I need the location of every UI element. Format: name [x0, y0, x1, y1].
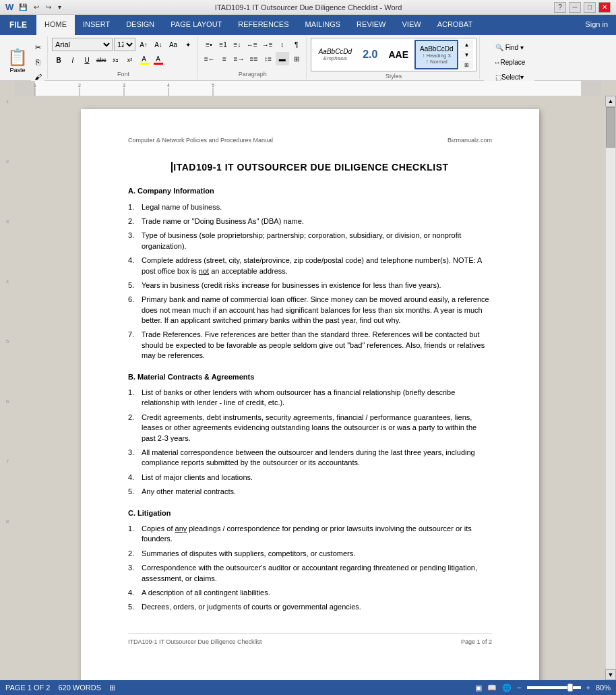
tab-design[interactable]: DESIGN — [118, 15, 162, 35]
section-a: A. Company Information 1. Legal name of … — [128, 186, 492, 361]
zoom-thumb[interactable] — [567, 684, 573, 692]
sign-in[interactable]: Sign in — [577, 15, 616, 35]
quick-redo[interactable]: ↪ — [44, 3, 53, 11]
sort-button[interactable]: ↕ — [276, 38, 289, 51]
zoom-out-button[interactable]: − — [517, 684, 521, 692]
replace-button[interactable]: ↔ Replace — [484, 55, 534, 69]
quick-save[interactable]: 💾 — [18, 3, 28, 11]
copy-button[interactable]: ⎘ — [31, 55, 44, 69]
view-read-button[interactable]: 📖 — [487, 684, 497, 692]
style-heading3-label: ↑ Heading 3 — [422, 53, 451, 59]
style-normal[interactable]: AaBbCcDd ↑ Heading 3 ↑ Normal — [414, 40, 458, 69]
paste-button[interactable]: 📋 Paste — [5, 46, 30, 75]
align-center-button[interactable]: ≡ — [218, 52, 231, 65]
tab-file[interactable]: FILE — [0, 15, 36, 35]
styles-up-button[interactable]: ▲ — [460, 40, 473, 49]
superscript-button[interactable]: x² — [123, 53, 137, 67]
svg-text:5: 5 — [212, 83, 214, 88]
borders-button[interactable]: ⊞ — [290, 52, 303, 65]
find-label: Find — [505, 44, 518, 51]
doc-area[interactable]: Computer & Network Policies and Procedur… — [15, 96, 605, 680]
text-highlight-button[interactable]: A — [137, 53, 151, 67]
view-web-button[interactable]: 🌐 — [502, 684, 512, 692]
bold-button[interactable]: B — [52, 53, 65, 67]
find-button[interactable]: 🔍 Find ▾ — [484, 40, 534, 54]
style-emphasis[interactable]: AaBbCcDd Emphasis — [314, 40, 357, 69]
line-spacing-button[interactable]: ↕≡ — [261, 52, 275, 65]
status-left: PAGE 1 OF 2 620 WORDS ⊞ — [5, 684, 115, 692]
justify-button[interactable]: ≡≡ — [247, 52, 261, 65]
search-icon: 🔍 — [495, 44, 503, 51]
zoom-in-button[interactable]: + — [586, 684, 590, 692]
shading-button[interactable]: ▬ — [276, 52, 289, 65]
quick-undo[interactable]: ↩ — [32, 3, 40, 11]
paragraph-label: Paragraph — [239, 69, 267, 78]
styles-down-button[interactable]: ▼ — [460, 50, 473, 59]
list-item: 4. List of major clients and locations. — [128, 473, 492, 483]
highlight-color: A — [140, 55, 149, 65]
styles-more-button[interactable]: ⊞ — [460, 60, 473, 69]
minimize-button[interactable]: ─ — [569, 2, 581, 13]
svg-text:4: 4 — [167, 83, 170, 88]
tab-insert[interactable]: INSERT — [75, 15, 118, 35]
style-aae[interactable]: AAE — [383, 40, 413, 69]
increase-indent-button[interactable]: →≡ — [260, 38, 275, 51]
cut-button[interactable]: ✂ — [31, 40, 44, 54]
shrink-font-button[interactable]: A↓ — [152, 38, 165, 51]
clipboard-content: 📋 Paste ✂ ⎘ 🖌 — [5, 38, 44, 84]
style-emphasis-label: Emphasis — [324, 55, 347, 61]
tab-view[interactable]: VIEW — [394, 15, 429, 35]
view-layout-button[interactable]: ▣ — [475, 684, 482, 692]
scroll-track[interactable] — [606, 107, 615, 669]
zoom-slider[interactable] — [527, 686, 581, 689]
margin-num-3: 3 — [6, 218, 9, 224]
replace-label: Replace — [501, 59, 526, 66]
ruler: 1 2 3 4 5 — [0, 81, 616, 96]
show-marks-button[interactable]: ¶ — [290, 38, 303, 51]
align-right-button[interactable]: ≡→ — [232, 52, 247, 65]
tab-acrobat[interactable]: ACROBAT — [429, 15, 481, 35]
tab-references[interactable]: REFERENCES — [230, 15, 297, 35]
strikethrough-button[interactable]: abc — [94, 53, 109, 67]
list-item: 2. Summaries of disputes with suppliers,… — [128, 549, 492, 559]
style-20[interactable]: 2.0 — [358, 40, 382, 69]
tab-mailings[interactable]: MAILINGS — [297, 15, 349, 35]
list-item: 5. Decrees, orders, or judgments of cour… — [128, 602, 492, 612]
page-header: Computer & Network Policies and Procedur… — [128, 136, 492, 148]
italic-button[interactable]: I — [66, 53, 80, 67]
layout-icon[interactable]: ⊞ — [109, 684, 115, 692]
scroll-down-button[interactable]: ▼ — [605, 669, 616, 680]
margin-num-2: 2 — [6, 158, 9, 164]
section-c-heading: C. Litigation — [128, 508, 492, 518]
scroll-up-button[interactable]: ▲ — [605, 96, 616, 107]
document-page[interactable]: Computer & Network Policies and Procedur… — [81, 109, 539, 680]
decrease-indent-button[interactable]: ←≡ — [245, 38, 259, 51]
font-label: Font — [117, 69, 129, 78]
section-a-list: 1. Legal name of business. 2. Trade name… — [128, 202, 492, 361]
align-left-button[interactable]: ≡← — [202, 52, 217, 65]
tab-review[interactable]: REVIEW — [348, 15, 394, 35]
tab-page-layout[interactable]: PAGE LAYOUT — [162, 15, 230, 35]
font-name-select[interactable]: Arial — [52, 38, 113, 51]
maximize-button[interactable]: □ — [584, 2, 596, 13]
right-scrollbar[interactable]: ▲ ▼ — [605, 96, 616, 680]
zoom-level: 80% — [596, 684, 611, 692]
clear-format-button[interactable]: ✦ — [181, 38, 195, 51]
underline-button[interactable]: U — [80, 53, 94, 67]
numbering-button[interactable]: ≡1 — [216, 38, 230, 51]
multilevel-button[interactable]: ≡↓ — [230, 38, 244, 51]
underline-any: any — [175, 524, 187, 533]
subscript-button[interactable]: x₂ — [109, 53, 123, 67]
style-normal-label: ↑ Normal — [426, 59, 448, 65]
grow-font-button[interactable]: A↑ — [137, 38, 150, 51]
change-case-button[interactable]: Aa — [166, 38, 180, 51]
help-button[interactable]: ? — [554, 2, 566, 13]
doc-title[interactable]: ITAD109-1 IT OUTSOURCER DUE DILIGENCE CH… — [128, 161, 492, 175]
tab-home[interactable]: HOME — [36, 15, 75, 35]
quick-more[interactable]: ▾ — [57, 3, 63, 11]
font-color-button[interactable]: A — [152, 53, 165, 67]
bullets-button[interactable]: ≡• — [202, 38, 216, 51]
close-button[interactable]: ✕ — [598, 2, 611, 13]
font-size-select[interactable]: 12 — [114, 38, 135, 51]
scroll-thumb[interactable] — [606, 107, 615, 148]
